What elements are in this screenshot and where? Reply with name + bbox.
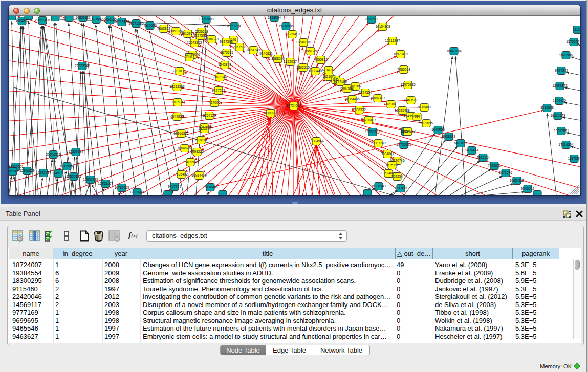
- svg-text:6479197: 6479197: [454, 141, 467, 145]
- svg-text:7625402: 7625402: [175, 172, 188, 176]
- svg-text:9529966: 9529966: [559, 53, 573, 57]
- svg-text:18724007: 18724007: [286, 104, 301, 107]
- svg-text:8267110: 8267110: [203, 114, 216, 117]
- svg-text:15751074: 15751074: [566, 40, 580, 43]
- svg-text:9327505: 9327505: [193, 34, 207, 37]
- svg-text:15136141: 15136141: [371, 184, 386, 188]
- svg-text:7986322: 7986322: [353, 108, 366, 112]
- svg-text:2803144: 2803144: [213, 75, 227, 79]
- svg-text:14435001: 14435001: [9, 165, 24, 168]
- svg-text:16154808: 16154808: [375, 25, 390, 28]
- svg-text:12359934: 12359934: [68, 150, 83, 154]
- svg-text:1733426: 1733426: [394, 186, 407, 190]
- svg-text:6497568: 6497568: [340, 86, 354, 90]
- svg-text:10654112: 10654112: [510, 179, 525, 182]
- svg-text:417006: 417006: [209, 101, 220, 104]
- svg-text:15692991: 15692991: [554, 129, 569, 133]
- svg-text:107534: 107534: [172, 100, 183, 104]
- svg-text:17957225: 17957225: [83, 178, 98, 181]
- svg-text:19384554: 19384554: [309, 139, 324, 143]
- svg-text:12923446: 12923446: [129, 190, 145, 194]
- svg-text:9699695: 9699695: [420, 121, 433, 125]
- svg-text:10719185: 10719185: [114, 20, 129, 24]
- svg-text:2887682: 2887682: [365, 17, 378, 21]
- svg-text:9242848: 9242848: [218, 63, 231, 67]
- svg-text:16648784: 16648784: [446, 49, 462, 53]
- svg-text:2867608: 2867608: [233, 45, 246, 49]
- svg-text:9777169: 9777169: [334, 80, 347, 83]
- svg-text:10853287: 10853287: [75, 16, 91, 19]
- svg-text:1527602: 1527602: [90, 17, 103, 21]
- svg-text:12213363: 12213363: [169, 85, 185, 89]
- svg-text:8912954: 8912954: [181, 32, 194, 35]
- svg-text:12213987: 12213987: [385, 39, 400, 42]
- svg-text:2718176: 2718176: [173, 69, 186, 73]
- svg-text:20206511: 20206511: [46, 152, 61, 156]
- svg-text:10671385: 10671385: [128, 21, 144, 25]
- svg-text:3084067: 3084067: [381, 152, 394, 156]
- svg-text:62160: 62160: [386, 102, 396, 106]
- svg-text:15409948: 15409948: [183, 160, 198, 164]
- svg-text:19654923: 19654923: [400, 129, 416, 133]
- svg-text:12942737: 12942737: [36, 171, 51, 174]
- svg-text:1362615: 1362615: [296, 65, 310, 69]
- svg-text:19218506: 19218506: [278, 24, 294, 28]
- svg-text:9245652: 9245652: [521, 187, 534, 190]
- svg-text:8454749: 8454749: [247, 48, 260, 52]
- svg-text:587834: 587834: [195, 138, 207, 142]
- svg-text:11123: 11123: [573, 28, 580, 31]
- svg-text:8938923: 8938923: [442, 135, 455, 138]
- svg-text:9327508: 9327508: [220, 40, 233, 43]
- svg-text:3824554: 3824554: [359, 91, 372, 94]
- svg-text:7663822: 7663822: [157, 27, 170, 30]
- svg-text:7515526: 7515526: [143, 24, 157, 27]
- svg-text:16210643: 16210643: [550, 114, 565, 117]
- svg-text:8990448: 8990448: [309, 69, 322, 73]
- svg-text:252254: 252254: [391, 174, 403, 178]
- svg-text:16782759: 16782759: [114, 186, 129, 189]
- svg-text:16914479: 16914479: [191, 173, 207, 177]
- svg-text:1167534: 1167534: [568, 157, 580, 160]
- svg-text:8215958: 8215958: [540, 106, 554, 110]
- svg-text:1498222: 1498222: [190, 150, 204, 154]
- svg-text:10807487: 10807487: [370, 96, 385, 100]
- svg-text:12156829: 12156829: [19, 169, 35, 172]
- svg-text:10853809: 10853809: [199, 17, 214, 21]
- svg-text:18807249: 18807249: [371, 141, 386, 145]
- svg-text:10688603: 10688603: [365, 130, 380, 134]
- svg-text:7955812: 7955812: [314, 58, 328, 61]
- svg-text:10975867: 10975867: [59, 164, 75, 168]
- svg-text:21053346: 21053346: [75, 64, 90, 68]
- svg-text:2935114: 2935114: [476, 156, 490, 159]
- svg-text:8471676: 8471676: [499, 171, 512, 174]
- svg-text:7357224: 7357224: [228, 24, 241, 28]
- svg-text:15716485: 15716485: [203, 185, 218, 189]
- svg-text:10046766: 10046766: [177, 146, 192, 150]
- svg-text:3813054: 3813054: [268, 16, 281, 19]
- svg-text:9474444: 9474444: [465, 148, 478, 152]
- svg-text:10025438: 10025438: [395, 108, 410, 112]
- svg-text:1588520: 1588520: [271, 57, 285, 60]
- svg-text:12093873: 12093873: [552, 84, 568, 87]
- svg-text:20364436: 20364436: [344, 97, 360, 101]
- svg-text:1523374: 1523374: [198, 127, 211, 130]
- svg-text:17016504: 17016504: [558, 143, 574, 146]
- svg-text:19166827: 19166827: [173, 132, 189, 135]
- svg-text:9427552: 9427552: [212, 89, 225, 92]
- svg-text:1822037: 1822037: [284, 60, 297, 63]
- svg-text:7485063: 7485063: [397, 68, 410, 71]
- svg-text:10973493: 10973493: [393, 52, 408, 56]
- svg-text:6794028: 6794028: [322, 68, 335, 72]
- svg-text:7632621: 7632621: [488, 164, 501, 167]
- svg-text:12505135: 12505135: [66, 174, 81, 178]
- svg-text:9463627: 9463627: [404, 98, 418, 102]
- svg-text:19756925: 19756925: [396, 143, 411, 146]
- svg-text:15720407: 15720407: [361, 118, 376, 122]
- svg-text:15300293: 15300293: [263, 111, 278, 115]
- svg-text:98967: 98967: [185, 55, 194, 59]
- svg-text:9146821: 9146821: [259, 52, 273, 55]
- svg-text:18640910: 18640910: [296, 40, 311, 44]
- svg-text:16543362: 16543362: [187, 41, 202, 45]
- svg-text:3675685: 3675685: [220, 51, 233, 54]
- svg-text:1244415: 1244415: [553, 99, 566, 102]
